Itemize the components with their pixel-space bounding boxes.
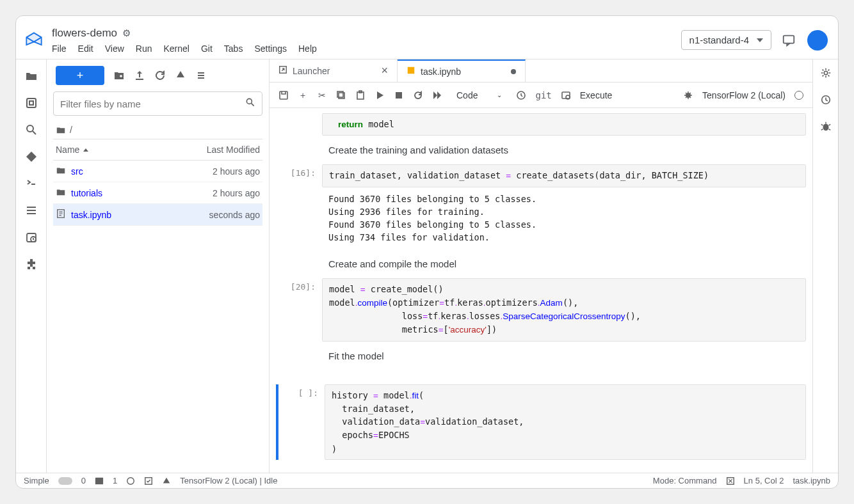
filter-input[interactable] (60, 98, 245, 109)
col-name-label[interactable]: Name (56, 145, 79, 155)
svg-rect-2 (29, 101, 33, 105)
filename-indicator: task.ipynb (793, 476, 830, 485)
paste-icon[interactable] (355, 90, 366, 100)
markdown-cell[interactable]: Create and compile the model (322, 251, 806, 277)
menu-run[interactable]: Run (136, 43, 152, 54)
file-row[interactable]: task.ipynbseconds ago (53, 204, 262, 226)
svg-point-28 (127, 477, 134, 484)
run-icon[interactable] (375, 90, 385, 100)
menu-tabs[interactable]: Tabs (224, 43, 243, 54)
close-icon[interactable] (726, 476, 735, 485)
code-cell[interactable]: return model (322, 113, 806, 136)
close-icon[interactable]: × (381, 64, 388, 77)
cut-icon[interactable]: ✂ (317, 90, 327, 100)
list-icon[interactable] (195, 70, 207, 81)
col-modified-label[interactable]: Last Modified (207, 145, 260, 155)
code-cell[interactable]: train_dataset, validation_dataset = crea… (322, 164, 806, 187)
save-icon[interactable] (278, 90, 289, 100)
notebook-toolbar: + ✂ Code ⌄ git Execute TensorFlow 2 (270, 83, 812, 108)
menu-view[interactable]: View (105, 43, 124, 54)
copy-icon[interactable] (336, 90, 346, 100)
code-cell[interactable]: model = create_model() model.compile(opt… (322, 278, 806, 342)
menu-git[interactable]: Git (201, 43, 213, 54)
breadcrumb[interactable]: / (53, 121, 262, 139)
comment-icon[interactable] (782, 33, 796, 47)
jupyter-logo-icon (24, 30, 44, 51)
search-icon[interactable] (245, 97, 255, 110)
running-icon[interactable] (25, 97, 38, 109)
execute-label[interactable]: Execute (580, 90, 613, 100)
tab-task-ipynb[interactable]: task.ipynb (398, 59, 526, 82)
settings-icon[interactable] (820, 67, 832, 81)
upload-icon[interactable] (134, 70, 145, 81)
cell-type-selector[interactable]: Code ⌄ (451, 90, 507, 100)
run-all-icon[interactable] (432, 90, 442, 100)
commands-icon[interactable] (25, 177, 38, 190)
new-folder-icon[interactable] (113, 70, 125, 81)
tab-launcher[interactable]: Launcher× (270, 59, 398, 82)
toc-icon[interactable] (25, 204, 38, 217)
menu-file[interactable]: File (52, 43, 67, 54)
cursor-position[interactable]: Ln 5, Col 2 (744, 476, 784, 485)
file-name: tutorials (71, 188, 102, 198)
code-cell[interactable]: history = model.fit( train_dataset, vali… (325, 384, 806, 460)
search-icon[interactable] (25, 123, 38, 136)
check-icon (144, 476, 153, 485)
terminal-count[interactable]: 1 (113, 476, 117, 485)
menu-settings[interactable]: Settings (254, 43, 287, 54)
history-icon[interactable] (820, 94, 832, 108)
git-icon[interactable] (25, 150, 38, 163)
launch-icon (278, 65, 287, 76)
menu-edit[interactable]: Edit (78, 43, 93, 54)
file-row[interactable]: src2 hours ago (53, 161, 262, 182)
filter-input-wrapper (53, 91, 262, 116)
add-cell-icon[interactable]: + (298, 90, 308, 100)
debug-icon[interactable] (820, 121, 832, 135)
cell-prompt: [20]: (276, 278, 322, 342)
folder-icon[interactable] (25, 70, 38, 83)
kernel-status[interactable]: TensorFlow 2 (Local) | Idle (180, 476, 277, 485)
refresh-icon[interactable] (154, 70, 166, 81)
menu-kernel[interactable]: Kernel (163, 43, 189, 54)
cell-output: Found 3670 files belonging to 5 classes.… (322, 187, 806, 249)
error-count[interactable]: 0 (81, 476, 86, 485)
notebook-area: Launcher×task.ipynb + ✂ Code ⌄ git Execu… (270, 59, 812, 473)
svg-rect-9 (408, 67, 415, 74)
kernel-icon (126, 476, 135, 485)
new-launcher-button[interactable]: + (56, 66, 104, 85)
cell-prompt: [ ]: (278, 384, 325, 460)
clock-icon[interactable] (516, 90, 526, 100)
simple-mode[interactable]: Simple (24, 476, 49, 485)
main-menu: FileEditViewRunKernelGitTabsSettingsHelp (52, 43, 681, 54)
right-sidebar (812, 59, 838, 473)
gear-icon[interactable]: ⚙ (122, 28, 131, 39)
stop-icon[interactable] (394, 90, 404, 100)
markdown-cell[interactable]: Fit the model (322, 343, 806, 369)
toggle[interactable] (58, 477, 72, 485)
file-list-header: Name Last Modified (53, 139, 262, 161)
machine-type-selector[interactable]: n1-standard-4 (681, 30, 771, 50)
tab-bar: Launcher×task.ipynb (270, 59, 812, 83)
scheduler-icon[interactable] (25, 231, 38, 244)
tab-label: Launcher (293, 66, 330, 76)
menu-help[interactable]: Help (298, 43, 317, 54)
executor-icon[interactable] (561, 90, 571, 100)
mode-indicator: Mode: Command (653, 476, 717, 485)
svg-rect-10 (280, 91, 287, 99)
git-label[interactable]: git (535, 90, 551, 100)
svg-rect-0 (784, 35, 794, 43)
user-avatar[interactable] (807, 30, 828, 51)
svg-point-6 (246, 98, 252, 104)
svg-point-26 (823, 124, 828, 131)
terminal-icon (95, 476, 104, 485)
file-row[interactable]: tutorials2 hours ago (53, 182, 262, 204)
extensions-icon[interactable] (25, 258, 38, 271)
branch-icon (162, 476, 171, 485)
bug-icon[interactable] (683, 90, 693, 100)
restart-icon[interactable] (413, 90, 423, 100)
git-pull-icon[interactable] (175, 70, 186, 81)
kernel-name[interactable]: TensorFlow 2 (Local) (702, 90, 786, 100)
notebook-title[interactable]: flowers-demo (52, 27, 117, 40)
markdown-cell[interactable]: Create the training and validation datas… (322, 137, 806, 163)
notebook-body[interactable]: return model Create the training and val… (270, 108, 812, 473)
